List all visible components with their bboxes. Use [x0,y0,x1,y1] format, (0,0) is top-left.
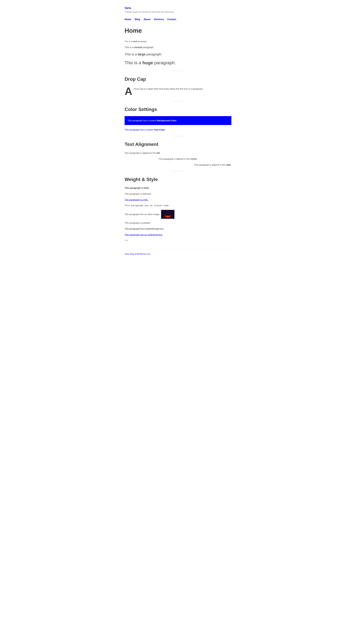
site-title: Varia [125,6,231,10]
paragraph-justified: This paragraph is justified. [125,221,231,225]
text-alignment-title: Text Alignment [125,140,231,148]
drop-cap-container: A Drop Cap is a large letter that drops … [125,86,231,96]
divider-2 [172,101,184,101]
site-description: A design system for WordPress sites buil… [125,10,231,14]
paragraph-align-center: This paragraph is aligned to the center. [125,157,231,161]
nav-home-link[interactable]: Home [125,18,131,20]
paragraph-align-left: This paragraph is aligned to the left. [125,151,231,155]
image-boat [165,214,170,216]
paragraph-inline-image: This paragraph has an inline image. [125,210,231,219]
paragraph-normal: This is a normal paragraph. [125,46,231,49]
site-header: Varia A design system for WordPress site… [125,3,231,15]
nav-about-link[interactable]: About [144,18,150,20]
paragraph-bold: This paragraph is bold. [125,186,231,190]
edit-link[interactable]: Edit [125,239,128,242]
text-color-paragraph: This paragraph has a custom Text Color. [125,128,231,132]
drop-cap-text: Drop Cap is a large letter that drops be… [134,86,203,91]
footer-site-link[interactable]: Varia [125,253,129,255]
drop-cap-letter: A [125,86,132,96]
divider-4 [172,171,184,171]
nav-blog-link[interactable]: Blog [135,18,140,20]
drop-cap-title: Drop Cap [125,76,231,83]
nav-contact-link[interactable]: Contact [167,18,176,20]
site-title-link[interactable]: Varia [125,6,131,10]
paragraph-strikethrough: This paragraph has a strikethrough text. [125,227,231,230]
paragraph-align-right: This paragraph is aligned to the right. [125,163,231,167]
drop-cap-section: Drop Cap A Drop Cap is a large letter th… [125,76,231,96]
main-content: Home This is a small paragraph. This is … [125,24,231,249]
edit-link-container: Edit [125,239,231,242]
inline-image [161,210,174,219]
nav-services-link[interactable]: Services [154,18,164,20]
divider-1 [172,71,184,71]
paragraph-link-anchor[interactable]: This paragraph is a link. [125,198,148,201]
paragraph-huge: This is a huge paragraph. [125,59,231,66]
typography-section: This is a small paragraph. This is a nor… [125,40,231,66]
page-title: Home [125,26,231,36]
site-footer: Varia. Blog at WordPress.com. [125,250,231,258]
footer-wp-link[interactable]: Blog at WordPress.com. [130,253,151,255]
site-nav: Home Blog About Services Contact [125,18,231,21]
paragraph-link: This paragraph is a link. [125,198,231,202]
bg-color-paragraph: This paragraph has a custom Background C… [125,116,231,125]
paragraph-italic: This paragraph is italicized. [125,192,231,196]
paragraph-underline: This paragraph has an underlined text. [125,233,231,236]
paragraph-small: This is a small paragraph. [125,40,231,43]
color-settings-section: Color Settings This paragraph has a cust… [125,106,231,132]
weight-style-title: Weight & Style [125,176,231,183]
text-alignment-section: Text Alignment This paragraph is aligned… [125,140,231,166]
weight-style-section: Weight & Style This paragraph is bold. T… [125,176,231,242]
paragraph-code: This paragraph has an inline code. [125,204,231,208]
paragraph-large: This is a large paragraph. [125,52,231,57]
color-settings-title: Color Settings [125,106,231,113]
